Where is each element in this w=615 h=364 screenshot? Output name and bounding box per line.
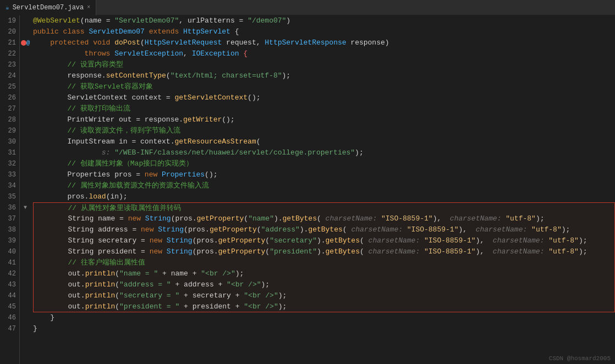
token: throws xyxy=(33,48,114,59)
line-number: 31 xyxy=(3,147,16,158)
token: load xyxy=(89,191,106,202)
gutter-item xyxy=(20,70,31,81)
token: ( xyxy=(115,290,119,301)
code-line: InputStream in = context.getResourceAsSt… xyxy=(33,136,615,147)
token: (pros. xyxy=(193,235,218,246)
token: ); xyxy=(282,70,291,81)
gutter-item xyxy=(20,125,31,136)
token: out. xyxy=(34,279,85,290)
token: pros. xyxy=(33,191,89,202)
line-number: 47 xyxy=(3,323,16,334)
line-number: 27 xyxy=(3,103,16,114)
code-line: // 设置内容类型 xyxy=(33,59,615,70)
token: (pros. xyxy=(184,224,210,235)
gutter-item xyxy=(20,26,31,37)
token: "utf-8" xyxy=(548,235,579,246)
token: ); xyxy=(579,246,587,257)
code-line: out.println("address = " + address + "<b… xyxy=(33,279,615,290)
token: "secretary" xyxy=(270,235,317,246)
code-line: Properties pros = new Properties(); xyxy=(33,169,615,180)
token: getWriter xyxy=(183,114,222,125)
code-line: pros.load(in); xyxy=(33,191,615,202)
line-number: 33 xyxy=(3,169,16,180)
token: ( xyxy=(80,15,85,26)
line-number: 46 xyxy=(3,312,16,323)
token: ). xyxy=(317,235,326,246)
token: (); xyxy=(248,92,260,103)
token: out. xyxy=(34,290,85,301)
token: "secretary = " xyxy=(119,290,179,301)
file-tab[interactable]: ☕ ServletDemo07.java × xyxy=(0,0,96,15)
token: new xyxy=(150,235,167,246)
line-number: 30 xyxy=(3,136,16,147)
token: ); xyxy=(278,290,287,301)
token: ); xyxy=(235,268,244,279)
token: "ISO-8859-1" xyxy=(424,235,476,246)
token: "name" xyxy=(248,213,274,224)
token: "utf-8" xyxy=(506,213,536,224)
token: setContentType xyxy=(106,70,166,81)
java-file-icon: ☕ xyxy=(6,4,9,11)
code-line: // 获取打印输出流 xyxy=(33,103,615,114)
fold-arrow-icon[interactable]: ▼ xyxy=(24,202,27,213)
token: new xyxy=(141,224,158,235)
token: charsetName: xyxy=(450,213,506,224)
token: ); xyxy=(355,147,364,158)
code-line: @WebServlet(name = "ServletDemo07", urlP… xyxy=(33,15,615,26)
token: String xyxy=(167,246,193,257)
token: String xyxy=(158,224,184,235)
token: ); xyxy=(261,279,270,290)
token: "<br />" xyxy=(244,301,278,312)
code-area[interactable]: @WebServlet(name = "ServletDemo07", urlP… xyxy=(31,15,615,364)
token: charsetName: xyxy=(493,246,548,257)
token: "<br />" xyxy=(227,279,261,290)
code-line: } xyxy=(33,323,615,334)
token: @WebServlet xyxy=(33,15,80,26)
token: + address + xyxy=(171,279,227,290)
gutter-item xyxy=(20,15,31,26)
token: = xyxy=(102,15,114,26)
token: ); xyxy=(562,224,570,235)
token: "address = " xyxy=(119,279,171,290)
token: ). xyxy=(317,246,326,257)
gutter-item xyxy=(20,180,31,191)
gutter-item: ▼ xyxy=(20,202,31,213)
code-line: // 创建属性对象（Map接口的实现类） xyxy=(33,158,615,169)
token: charsetName: xyxy=(369,246,424,257)
code-line: } xyxy=(33,312,615,323)
token: { xyxy=(239,48,248,59)
token: ), xyxy=(458,224,475,235)
code-line: out.println("secretary = " + secretary +… xyxy=(33,290,615,301)
token: // 往客户端输出属性值 xyxy=(34,257,145,268)
token: getBytes xyxy=(308,224,342,235)
token: ( xyxy=(115,301,119,312)
token: , xyxy=(183,48,192,59)
code-line: throws ServletException, IOException { xyxy=(33,48,615,59)
token: // 获取打印输出流 xyxy=(33,103,130,114)
gutter-item xyxy=(20,224,31,235)
token: "ISO-8859-1" xyxy=(424,246,476,257)
token: "utf-8" xyxy=(531,224,562,235)
token: // 属性对象加载资源文件的资源文件输入流 xyxy=(33,180,209,191)
token: out. xyxy=(34,268,85,279)
token: "<br />" xyxy=(244,290,278,301)
token: IOException xyxy=(192,48,239,59)
token: Properties xyxy=(162,169,205,180)
token: "ServletDemo07" xyxy=(114,15,179,26)
line-number: 21 xyxy=(3,37,16,48)
token: ( xyxy=(244,213,248,224)
token: (); xyxy=(222,114,234,125)
token: // 创建属性对象（Map接口的实现类） xyxy=(33,158,193,169)
line-number: 26 xyxy=(3,92,16,103)
gutter-item xyxy=(20,290,31,301)
token: doPost xyxy=(114,37,140,48)
code-line: s: "/WEB-INF/classes/net/huawei/servlet/… xyxy=(33,147,615,158)
code-line: response.setContentType("text/html; char… xyxy=(33,70,615,81)
gutter-item xyxy=(20,59,31,70)
token: { xyxy=(230,26,239,37)
token: ). xyxy=(300,224,309,235)
token: ( xyxy=(265,246,270,257)
token: ); xyxy=(536,213,545,224)
token: println xyxy=(85,279,116,290)
close-tab-button[interactable]: × xyxy=(87,4,90,10)
